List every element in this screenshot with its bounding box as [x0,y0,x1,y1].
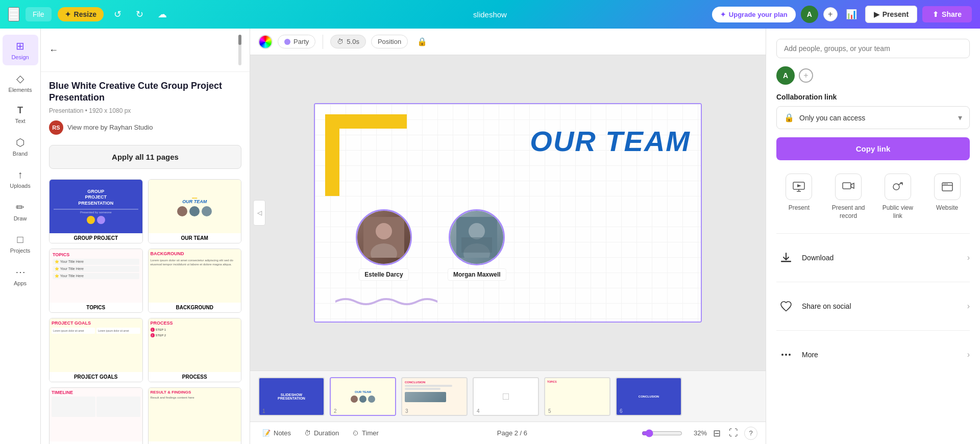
slide-thumb-6[interactable]: PROCESS 1STEP 1 2STEP 2 PROCESS [148,318,242,382]
share-search-input[interactable] [784,44,962,53]
topbar-right: ✦ Upgrade your plan A + 📊 ▶ Present ⬆ Sh… [655,6,972,23]
thumb2-title-label: OUR TEAM [149,233,241,243]
notes-button[interactable]: 📝 Notes [258,427,295,439]
avatar[interactable]: A [801,6,818,23]
more-chevron: › [967,350,970,359]
thumb5-header: PROJECT GOALS [52,320,140,326]
lock-button[interactable]: 🔒 [413,35,431,48]
svg-point-4 [469,223,485,239]
person1-image [357,211,410,264]
website-action-icon [934,174,961,200]
fullscreen-button[interactable]: ⛶ [727,426,740,440]
zoom-percent: 32% [687,429,707,437]
timer-button[interactable]: ⏲ Timer [348,427,383,439]
share-button[interactable]: ⬆ Share [922,6,972,22]
collab-title: Collaboration link [776,93,970,101]
redo-button[interactable]: ↻ [132,7,148,22]
filmstrip-slide-3[interactable]: CONCLUSION 3 [401,377,468,416]
sidebar-item-text[interactable]: T Text [3,100,38,129]
filmstrip-slide-5[interactable]: TOPICS 5 [544,377,610,416]
color-wheel[interactable] [258,35,273,49]
slide-thumb-1[interactable]: GROUPPROJECTPRESENTATION Presented by so… [49,179,143,243]
sidebar-item-label-elements: Elements [9,87,32,93]
svg-point-22 [785,354,787,356]
cloud-icon: ☁ [154,7,171,22]
time-button[interactable]: ⏱ 5.0s [330,35,366,48]
theme-party-button[interactable]: Party [278,35,315,48]
thumb7-header: TIMELINE [52,390,140,395]
hide-panel-button[interactable]: ◁ [253,200,265,226]
clock-icon: ⏱ [337,38,344,45]
zoom-slider[interactable] [642,429,682,437]
slide-thumb-2[interactable]: ▬▬ OUR TEAM OUR TEAM [148,179,242,243]
thumb8-title-label: RESULT & FINDINGS [149,441,241,444]
back-button[interactable]: ← [49,45,58,56]
help-button[interactable]: ? [744,427,757,440]
view-toggle-button[interactable]: ⊟ [711,426,723,441]
filmstrip-slide-2[interactable]: OUR TEAM 2 [330,377,396,416]
share-action-present-record[interactable]: Present and record [826,168,871,225]
topbar-center: slideshow [331,10,648,19]
file-button[interactable]: File [26,7,52,21]
present-label: Present [883,10,909,18]
duration-button[interactable]: ⏱ Duration [300,427,343,439]
share-action-present[interactable]: Present [776,168,822,225]
sidebar-item-design[interactable]: ⊞ Design [3,35,38,65]
duration-icon: ⏱ [304,429,311,437]
sidebar-item-uploads[interactable]: ↑ Uploads [3,164,38,194]
svg-rect-19 [781,261,791,262]
menu-icon[interactable]: ☰ [8,7,19,21]
slide-our-team-text: OUR TEAM [530,125,691,158]
slide-thumb-3[interactable]: TOPICS ⭐ Your Title Here ⭐ Your Title He… [49,249,143,313]
upgrade-icon: ✦ [720,11,726,18]
share-add-person-button[interactable]: + [799,68,813,83]
theme-label: Party [293,38,309,45]
share-action-public-view[interactable]: Public view link [875,168,921,225]
svg-rect-11 [843,183,851,189]
sidebar-item-draw[interactable]: ✏ Draw [3,196,38,227]
share-option-download[interactable]: Download › [776,242,970,274]
upgrade-button[interactable]: ✦ Upgrade your plan [712,7,796,22]
add-person-button[interactable]: + [823,7,838,21]
author-row: RS View more by Rayhan Studio [49,120,241,135]
resize-button[interactable]: ✦ Resize [58,7,104,21]
wave-decoration [335,294,437,311]
slide-thumb-5[interactable]: PROJECT GOALS Lorem ipsum dolor sit amet… [49,318,143,382]
thumb3-title-label: TOPICS [50,303,142,312]
slide-person-1: Estelle Darcy [356,209,412,281]
collab-section: Collaboration link 🔒 Only you can access… [776,93,970,129]
slide-thumb-4[interactable]: BACKGROUND Lorem ipsum dolor sit amet co… [148,249,242,313]
sidebar-item-apps[interactable]: ⋯ Apps [3,261,38,291]
present-icon: ▶ [874,10,879,18]
share-panel: A + Collaboration link 🔒 Only you can ac… [766,29,980,444]
slide-thumb-8[interactable]: RESULT & FINDINGS Result and findings co… [148,387,242,444]
present-button[interactable]: ▶ Present [865,6,917,23]
present-record-action-icon [835,174,862,200]
thumb6-title-label: PROCESS [149,372,241,382]
copy-link-button[interactable]: Copy link [776,137,970,160]
filmstrip-slide-1[interactable]: SLIDESHOWPRESENTATION 1 [258,377,325,416]
author-link[interactable]: View more by Rayhan Studio [67,124,153,131]
thumb1-title-label: GROUP PROJECT [50,233,142,243]
icon-sidebar: ⊞ Design ◇ Elements T Text ⬡ Brand ↑ Upl… [0,29,41,444]
person1-circle [356,209,412,265]
sidebar-item-elements[interactable]: ◇ Elements [3,67,38,98]
sidebar-item-projects[interactable]: □ Projects [3,229,38,259]
share-action-website[interactable]: Website [924,168,970,225]
collab-dropdown[interactable]: 🔒 Only you can access ▾ [776,106,970,129]
sidebar-item-brand[interactable]: ⬡ Brand [3,131,38,162]
resize-label: Resize [74,10,96,18]
share-option-more[interactable]: More › [776,339,970,371]
slide-thumb-7[interactable]: TIMELINE TIMELINE [49,387,143,444]
thumb4-header: BACKGROUND [151,251,239,256]
apply-all-button[interactable]: Apply all 11 pages [49,145,241,169]
sidebar-item-label-text: Text [15,118,25,124]
filmstrip-slide-4[interactable]: □ 4 [473,377,539,416]
topbar-left: ☰ File ✦ Resize ↺ ↻ ☁ [8,7,325,22]
analytics-icon[interactable]: 📊 [843,7,860,22]
position-button[interactable]: Position [371,35,408,48]
share-option-social[interactable]: Share on social › [776,290,970,322]
undo-button[interactable]: ↺ [110,7,126,22]
filmstrip-slide-6[interactable]: CONCLUSION 6 [616,377,682,416]
public-view-label: Public view link [877,204,919,220]
